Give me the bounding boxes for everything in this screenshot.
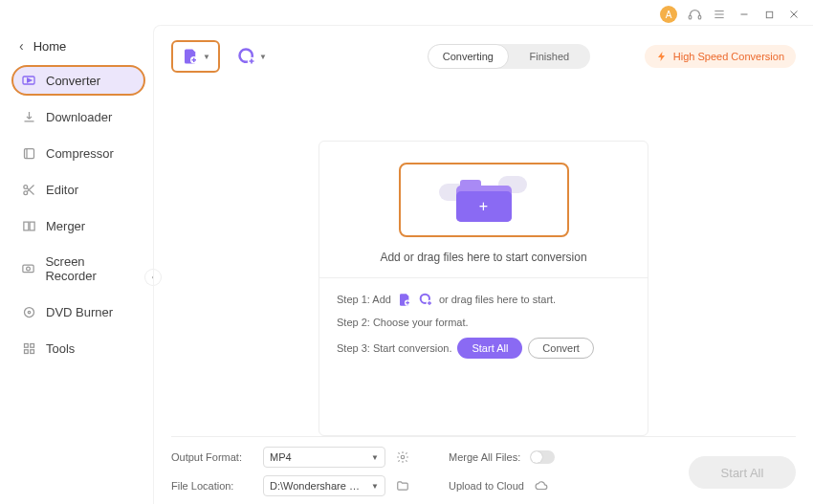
sidebar-item-merger[interactable]: Merger [11, 210, 145, 241]
close-icon[interactable] [786, 7, 802, 22]
step-3: Step 3: Start conversion. Start All Conv… [337, 338, 630, 359]
step-1: Step 1: Add or drag files here to start. [337, 292, 630, 307]
svg-rect-1 [698, 15, 701, 19]
sidebar-item-downloader[interactable]: Downloader [11, 101, 145, 132]
svg-rect-11 [24, 148, 33, 158]
sidebar-item-label: Downloader [46, 110, 112, 124]
minimize-icon[interactable] [736, 7, 752, 22]
step-3-text: Step 3: Start conversion. [337, 342, 451, 354]
bolt-icon [656, 51, 668, 62]
settings-gear-icon[interactable] [395, 450, 410, 464]
download-icon [21, 109, 36, 124]
merge-all-toggle[interactable] [530, 450, 555, 464]
convert-pill-button[interactable]: Convert [528, 338, 594, 359]
sidebar-item-dvd-burner[interactable]: DVD Burner [11, 296, 145, 327]
drop-hint: Add or drag files here to start conversi… [319, 251, 648, 277]
file-location-value: D:\Wondershare UniConverter 1 [270, 480, 365, 492]
svg-point-18 [24, 307, 33, 317]
chevron-down-icon: ▼ [203, 53, 210, 61]
sidebar-item-label: Screen Recorder [45, 254, 136, 283]
upload-cloud-label: Upload to Cloud [449, 480, 524, 492]
output-format-value: MP4 [270, 451, 292, 463]
svg-point-12 [23, 185, 27, 188]
tools-grid-icon [21, 340, 36, 356]
content-area: + Add or drag files here to start conver… [171, 77, 796, 436]
output-format-label: Output Format: [171, 451, 253, 463]
svg-rect-6 [766, 11, 772, 17]
svg-rect-22 [24, 349, 28, 353]
disc-icon [21, 304, 36, 319]
sidebar-item-label: Tools [46, 341, 75, 356]
svg-point-30 [401, 455, 405, 459]
high-speed-label: High Speed Conversion [673, 51, 784, 62]
menu-icon[interactable] [712, 7, 727, 22]
file-location-label: File Location: [171, 480, 253, 492]
step-1-suffix: or drag files here to start. [439, 294, 556, 305]
sidebar-item-label: Editor [46, 183, 78, 197]
sidebar: ‹ Home Converter Downloader Compressor [0, 25, 153, 504]
step-1-prefix: Step 1: Add [337, 294, 391, 305]
add-url-icon [418, 292, 433, 307]
start-all-pill-button[interactable]: Start All [457, 338, 522, 359]
tab-converting[interactable]: Converting [428, 44, 509, 69]
svg-rect-23 [30, 349, 33, 353]
main-panel: ▼ ▼ Converting Finished High Speed Conve… [153, 25, 813, 504]
sidebar-item-screen-recorder[interactable]: Screen Recorder [11, 247, 145, 291]
toolbar: ▼ ▼ Converting Finished High Speed Conve… [171, 35, 796, 77]
svg-rect-20 [24, 343, 28, 347]
svg-marker-10 [28, 78, 32, 82]
support-headset-icon[interactable] [687, 7, 702, 22]
svg-point-17 [27, 267, 31, 271]
svg-point-13 [23, 190, 27, 194]
converter-icon [21, 73, 36, 88]
app-body: ‹ Home Converter Downloader Compressor [0, 25, 813, 504]
merger-icon [21, 218, 36, 233]
svg-rect-0 [689, 15, 692, 19]
maximize-icon[interactable] [761, 7, 777, 22]
svg-rect-14 [23, 222, 28, 230]
step-2: Step 2: Choose your format. [337, 317, 630, 328]
chevron-down-icon: ▼ [371, 453, 379, 462]
file-location-select[interactable]: D:\Wondershare UniConverter 1 ▼ [263, 475, 385, 496]
sidebar-item-label: Compressor [46, 146, 114, 161]
tab-finished[interactable]: Finished [509, 44, 590, 69]
user-avatar-icon[interactable]: A [660, 6, 677, 23]
status-segmented-control: Converting Finished [428, 44, 590, 69]
svg-point-19 [28, 311, 31, 314]
add-url-button[interactable]: ▼ [230, 41, 275, 72]
open-folder-icon[interactable] [395, 479, 410, 493]
drop-card: + Add or drag files here to start conver… [319, 141, 648, 436]
folder-add-icon: + [456, 178, 512, 222]
cloud-icon[interactable] [534, 479, 549, 493]
steps-panel: Step 1: Add or drag files here to start.… [319, 277, 648, 374]
add-file-icon [397, 293, 412, 307]
screen-recorder-icon [21, 261, 35, 276]
titlebar: A [0, 0, 813, 25]
start-all-button[interactable]: Start All [689, 456, 796, 489]
sidebar-item-tools[interactable]: Tools [11, 333, 145, 363]
home-label: Home [33, 39, 67, 54]
add-file-button[interactable]: ▼ [171, 40, 220, 73]
sidebar-item-compressor[interactable]: Compressor [11, 138, 145, 168]
sidebar-item-label: DVD Burner [46, 305, 113, 319]
svg-rect-16 [23, 265, 33, 273]
compressor-icon [21, 145, 36, 161]
sidebar-item-label: Converter [46, 74, 100, 88]
output-format-select[interactable]: MP4 ▼ [263, 447, 385, 468]
sidebar-item-label: Merger [46, 219, 85, 233]
merge-all-label: Merge All Files: [449, 451, 520, 463]
chevron-down-icon: ▼ [371, 482, 379, 491]
editor-scissors-icon [21, 182, 36, 197]
svg-rect-15 [30, 222, 34, 230]
drop-zone[interactable]: + [399, 163, 569, 237]
chevron-left-icon: ‹ [19, 38, 24, 54]
chevron-down-icon: ▼ [259, 53, 267, 61]
sidebar-item-converter[interactable]: Converter [11, 65, 145, 96]
home-back-button[interactable]: ‹ Home [11, 33, 145, 65]
high-speed-conversion-button[interactable]: High Speed Conversion [645, 45, 796, 68]
svg-rect-21 [30, 343, 33, 347]
sidebar-item-editor[interactable]: Editor [11, 174, 145, 205]
